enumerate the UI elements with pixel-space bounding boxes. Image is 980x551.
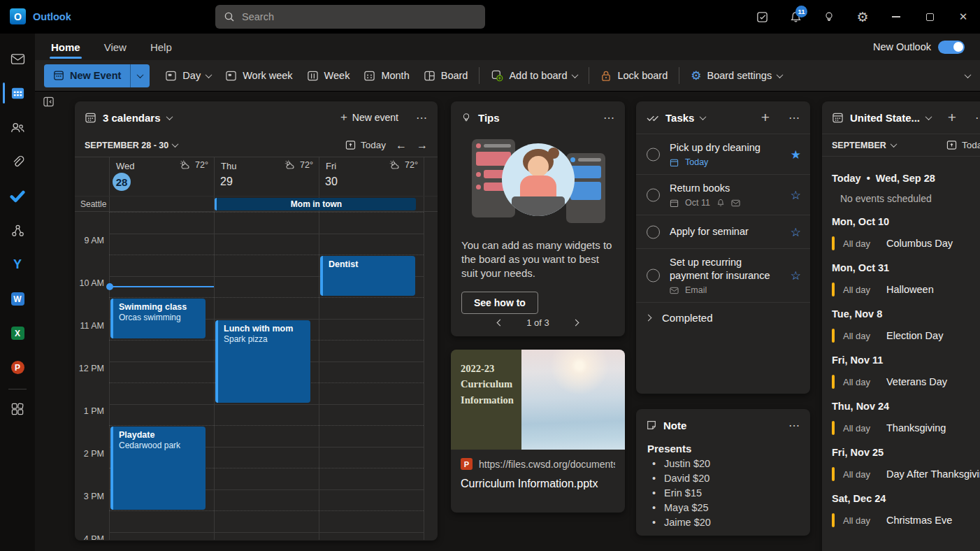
all-day-event-mom-in-town[interactable]: Mom in town: [215, 198, 416, 210]
agenda-event-veterans-day[interactable]: All day Veterans Day: [832, 375, 980, 389]
agenda-event-thanksgiving[interactable]: All day Thanksgiving: [832, 421, 980, 435]
new-outlook-toggle[interactable]: [938, 41, 965, 54]
notifications-bell-icon[interactable]: 11: [779, 0, 812, 34]
view-week-button[interactable]: Week: [300, 64, 357, 87]
new-event-dropdown-chevron-icon[interactable]: [131, 64, 150, 87]
search-box[interactable]: [215, 5, 485, 29]
minimize-button[interactable]: [879, 0, 913, 34]
view-day-button[interactable]: Day: [158, 64, 218, 87]
collapse-ribbon-chevron-icon[interactable]: [965, 71, 972, 78]
date-number[interactable]: 29: [220, 176, 233, 188]
agenda-event-halloween[interactable]: All day Halloween: [832, 282, 980, 296]
task-item-insurance-payment[interactable]: Set up recurring payment for insurance E…: [636, 248, 810, 302]
event-swimming-class[interactable]: Swimming class Orcas swimming: [110, 299, 206, 338]
selected-date-number[interactable]: 28: [113, 173, 131, 191]
tab-view[interactable]: View: [104, 34, 127, 60]
task-checkbox[interactable]: [647, 148, 660, 161]
tab-help[interactable]: Help: [150, 34, 172, 60]
event-playdate[interactable]: Playdate Cedarwood park: [110, 427, 206, 510]
add-to-board-button[interactable]: Add to board: [484, 64, 584, 87]
day-header-wed[interactable]: Wed 72° 28: [109, 157, 214, 196]
task-item-dry-cleaning[interactable]: Pick up dry cleaning Today ★: [636, 134, 810, 174]
file-card-widget[interactable]: 2022-23 Curriculum Information P https:/…: [451, 350, 625, 513]
view-board-button[interactable]: Board: [417, 64, 475, 87]
add-task-button[interactable]: +: [761, 109, 770, 126]
date-number[interactable]: 30: [325, 176, 338, 188]
task-title: Return books: [670, 182, 782, 195]
holidays-widget: United State... + ⋯ SEPTEMBER Today Toda…: [822, 101, 980, 551]
today-button[interactable]: Today: [345, 140, 386, 150]
task-checkbox[interactable]: [647, 225, 660, 238]
calendars-dropdown-chevron-icon[interactable]: [166, 113, 173, 120]
sidebar-item-excel[interactable]: X: [0, 316, 35, 350]
view-work-week-button[interactable]: Work week: [218, 64, 299, 87]
tasks-widget-more-icon[interactable]: ⋯: [788, 111, 800, 124]
completed-section-toggle[interactable]: Completed: [636, 302, 810, 333]
settings-gear-icon[interactable]: ⚙: [846, 0, 879, 34]
star-outline-icon[interactable]: ☆: [791, 187, 801, 202]
agenda-event-columbus-day[interactable]: All day Columbus Day: [832, 236, 980, 250]
sidebar-item-powerpoint[interactable]: P: [0, 350, 35, 385]
holidays-today-button[interactable]: Today: [946, 140, 980, 150]
search-input[interactable]: [242, 11, 477, 22]
collapse-left-pane-icon[interactable]: [43, 96, 55, 108]
event-dentist[interactable]: Dentist: [320, 256, 415, 296]
task-item-apply-seminar[interactable]: Apply for seminar ☆: [636, 215, 810, 248]
view-month-button[interactable]: Month: [356, 64, 416, 87]
tab-home[interactable]: Home: [51, 34, 80, 60]
tasks-dropdown-chevron-icon[interactable]: [700, 113, 707, 120]
star-outline-icon[interactable]: ☆: [791, 269, 801, 283]
date-range-chevron-icon[interactable]: [172, 141, 179, 148]
sidebar-item-todo[interactable]: [0, 179, 35, 213]
day-header-thu[interactable]: Thu 72° 29: [214, 157, 319, 196]
tips-prev-page-icon[interactable]: [497, 320, 504, 327]
month-chevron-icon[interactable]: [890, 141, 897, 148]
sidebar-item-more-apps[interactable]: [0, 394, 35, 424]
prev-range-arrow-icon[interactable]: ←: [396, 139, 407, 152]
sidebar-item-people[interactable]: [0, 110, 35, 145]
tips-widget-more-icon[interactable]: ⋯: [603, 111, 615, 124]
tips-lightbulb-icon[interactable]: [812, 0, 846, 34]
task-checkbox[interactable]: [647, 188, 660, 201]
star-outline-icon[interactable]: ☆: [791, 224, 801, 239]
close-button[interactable]: ✕: [946, 0, 980, 34]
sidebar-item-word[interactable]: W: [0, 282, 35, 316]
calendar-widget-more-icon[interactable]: ⋯: [416, 111, 428, 124]
calendar-widget-title[interactable]: 3 calendars: [103, 112, 161, 124]
holidays-widget-title[interactable]: United State...: [850, 112, 920, 124]
task-item-return-books[interactable]: Return books Oct 11 ☆: [636, 174, 810, 215]
sidebar-item-files[interactable]: [0, 145, 35, 179]
file-name[interactable]: Curriculum Information.pptx: [461, 478, 615, 490]
board-settings-button[interactable]: ⚙ Board settings: [684, 64, 789, 87]
lock-board-button[interactable]: Lock board: [593, 64, 675, 87]
plus-icon: +: [340, 110, 347, 124]
tips-next-page-icon[interactable]: [572, 320, 579, 327]
next-range-arrow-icon[interactable]: →: [417, 139, 428, 152]
agenda-event-election-day[interactable]: All day Election Day: [832, 329, 980, 343]
see-how-to-button[interactable]: See how to: [461, 292, 538, 314]
maximize-button[interactable]: [913, 0, 946, 34]
new-event-split-button[interactable]: New Event: [44, 64, 150, 87]
day-header-fri[interactable]: Fri 72° 30: [319, 157, 424, 196]
month-label[interactable]: SEPTEMBER: [832, 141, 886, 150]
widget-new-event-button[interactable]: + New event: [340, 110, 398, 124]
holidays-dropdown-chevron-icon[interactable]: [925, 113, 932, 120]
tasks-widget-title[interactable]: Tasks: [665, 112, 694, 124]
note-widget-more-icon[interactable]: ⋯: [788, 419, 800, 432]
sidebar-item-calendar[interactable]: [0, 76, 35, 110]
reminder-bell-icon: [716, 199, 725, 208]
task-checkbox[interactable]: [647, 269, 660, 282]
holidays-more-icon[interactable]: ⋯: [975, 111, 980, 124]
agenda-event-christmas-eve[interactable]: All day Christmas Eve: [832, 513, 980, 527]
star-filled-icon[interactable]: ★: [791, 147, 801, 162]
note-content[interactable]: Presents Justin $20 David $20 Erin $15 M…: [636, 441, 810, 528]
sidebar-item-mail[interactable]: [0, 42, 35, 76]
date-range-label[interactable]: SEPTEMBER 28 - 30: [85, 141, 168, 150]
event-lunch-with-mom[interactable]: Lunch with mom Spark pizza: [215, 320, 310, 403]
sidebar-item-yammer[interactable]: Y: [0, 248, 35, 282]
my-day-icon[interactable]: [745, 0, 779, 34]
file-link[interactable]: P https://files.cwsd.org/documents/...: [461, 458, 615, 470]
agenda-event-day-after-thanksgiving[interactable]: All day Day After Thanksgiving: [832, 467, 980, 481]
holidays-add-button[interactable]: +: [948, 109, 956, 126]
sidebar-item-org-explorer[interactable]: [0, 213, 35, 248]
